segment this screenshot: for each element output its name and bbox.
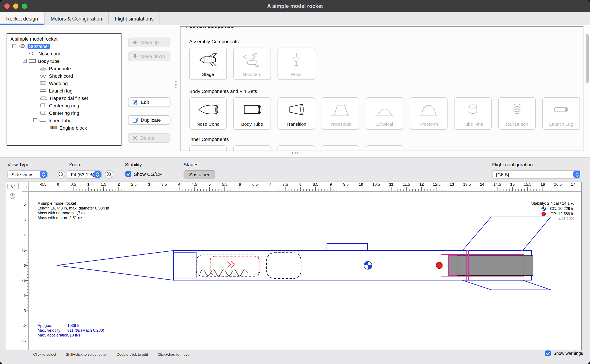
launchlug-icon bbox=[39, 88, 47, 93]
tree-item-inner-tube[interactable]: −Inner Tube bbox=[7, 117, 121, 124]
tree-item-trapezoidal-fin-set[interactable]: Trapezoidal fin set bbox=[7, 94, 121, 102]
finset-icon bbox=[39, 96, 47, 100]
centeringring-icon bbox=[286, 146, 307, 151]
window-title: A simple model rocket bbox=[267, 3, 323, 9]
svg-text:1: 1 bbox=[87, 182, 90, 187]
tree-item-body-tube[interactable]: −Body tube bbox=[7, 57, 121, 65]
app-window: A simple model rocket Rocket designMotor… bbox=[0, 0, 590, 364]
tree-item-label: Launch lug bbox=[49, 88, 73, 93]
panel-collapse-handle[interactable] bbox=[292, 152, 299, 154]
svg-text:16: 16 bbox=[541, 182, 545, 187]
rotation-value[interactable]: 0° bbox=[7, 183, 19, 189]
component-button-transition[interactable]: Transition bbox=[277, 97, 315, 130]
edit-button[interactable]: Edit bbox=[128, 97, 170, 107]
tree-item-shock-cord[interactable]: Shock cord bbox=[7, 72, 121, 79]
rocket-view-section: View Type: Zoom: Stability: Stages: Flig… bbox=[0, 157, 590, 364]
section-row: StageBoostersPods bbox=[189, 48, 583, 80]
tree-item-wadding[interactable]: Wadding bbox=[7, 79, 121, 87]
stages-label: Stages: bbox=[184, 162, 200, 167]
component-button-nose-cone[interactable]: Nose Cone bbox=[189, 97, 227, 130]
component-button-body-tube[interactable]: Body Tube bbox=[233, 97, 271, 130]
zoom-in-button[interactable] bbox=[105, 170, 113, 178]
rocket-name: A simple model rocket bbox=[38, 201, 76, 206]
component-button-stage[interactable]: Stage bbox=[189, 48, 227, 80]
apogee-label: Apogee: bbox=[38, 323, 52, 328]
view-type-select[interactable]: Side view bbox=[7, 170, 48, 178]
freeform-icon bbox=[418, 98, 439, 121]
traffic-lights[interactable] bbox=[4, 4, 27, 9]
cg-legend-icon bbox=[542, 207, 546, 211]
svg-text:14,5: 14,5 bbox=[493, 182, 501, 187]
component-button-label: Rail Button bbox=[506, 121, 528, 129]
tab-rocket-design[interactable]: Rocket design bbox=[0, 12, 45, 25]
flight-config-label: Flight configuration: bbox=[492, 162, 534, 167]
minimize-window-icon[interactable] bbox=[13, 4, 18, 9]
stability-label: Stability: bbox=[125, 162, 143, 167]
show-cgcp-control[interactable]: Show CG/CP bbox=[125, 171, 162, 177]
rocket-diagram[interactable]: A simple model rocket Length 16,748 in, … bbox=[29, 192, 581, 350]
zoom-select[interactable]: Fit (53,1%) bbox=[67, 170, 102, 178]
close-window-icon[interactable] bbox=[4, 4, 10, 9]
mouse-hint: Double-click to edit bbox=[116, 352, 148, 357]
rotation-dial[interactable] bbox=[10, 193, 15, 199]
checkbox-checked-icon[interactable] bbox=[545, 351, 551, 356]
component-button-innertube[interactable] bbox=[189, 145, 227, 151]
chevron-updown-icon bbox=[94, 171, 101, 178]
component-button-label: Pods bbox=[291, 72, 302, 79]
tree-item-centering-ring[interactable]: Centering ring bbox=[7, 102, 121, 109]
centeringring-icon bbox=[39, 103, 47, 108]
tree-item-launch-lug[interactable]: Launch lug bbox=[7, 87, 121, 94]
show-warnings-control[interactable]: Show warnings bbox=[545, 351, 583, 356]
fin-lower[interactable] bbox=[463, 280, 551, 290]
component-button-bulkhead[interactable] bbox=[322, 145, 359, 151]
svg-text:1,5: 1,5 bbox=[101, 182, 106, 187]
svg-text:2,5: 2,5 bbox=[131, 182, 137, 187]
arrow-up-icon bbox=[132, 40, 138, 45]
flight-config-select[interactable]: [C6-5] bbox=[492, 170, 581, 178]
duplicate-button[interactable]: Duplicate bbox=[128, 115, 170, 125]
component-tree[interactable]: A simple model rocket−SustainerNose cone… bbox=[7, 33, 121, 146]
collapse-expander-icon[interactable]: − bbox=[33, 118, 37, 122]
section-title-body-components-and-fin-sets: Body Components and Fin Sets bbox=[189, 89, 583, 94]
bodytube-icon bbox=[242, 98, 263, 121]
collapse-expander-icon[interactable]: − bbox=[23, 59, 27, 63]
stage-toggle-sustainer[interactable]: Sustainer bbox=[184, 170, 215, 178]
component-button-launch-lug: Launch Lug bbox=[542, 97, 580, 130]
cg-value: CG: 10,229 in bbox=[550, 207, 574, 211]
component-button-trapezoidal: Trapezoidal bbox=[322, 97, 359, 130]
checkbox-checked-icon[interactable] bbox=[125, 171, 131, 177]
zoom-value: Fit (53,1%) bbox=[71, 172, 94, 177]
fin-upper[interactable] bbox=[463, 217, 551, 251]
tree-item-engine-block[interactable]: Engine block bbox=[7, 124, 121, 131]
pods-icon bbox=[286, 48, 307, 72]
vertical-scrollbar[interactable] bbox=[586, 34, 589, 83]
zoom-out-button[interactable] bbox=[57, 170, 65, 178]
engineblock-icon bbox=[374, 146, 395, 151]
cg-marker bbox=[364, 261, 372, 269]
rocket-figure-panel[interactable]: 0° in -0,500,511,522,533,544,555,566,577… bbox=[6, 182, 582, 350]
tree-item-label: Inner Tube bbox=[48, 118, 71, 123]
launch-lug-outline[interactable] bbox=[327, 244, 368, 251]
zoom-window-icon[interactable] bbox=[22, 4, 27, 9]
move-down-button: Move down bbox=[128, 52, 170, 61]
motor[interactable] bbox=[448, 255, 533, 275]
action-button-label: Move down bbox=[140, 54, 165, 59]
tree-item-label: Parachute bbox=[49, 66, 71, 71]
section-row bbox=[189, 145, 583, 151]
splitter-handle[interactable] bbox=[175, 81, 177, 88]
component-button-coupler[interactable] bbox=[233, 145, 271, 151]
tab-motors-configuration[interactable]: Motors & Configuration bbox=[45, 12, 109, 25]
pencil-icon bbox=[132, 99, 138, 105]
centeringring-icon bbox=[39, 110, 47, 115]
tab-flight-simulations[interactable]: Flight simulations bbox=[109, 12, 160, 25]
svg-text:6,5: 6,5 bbox=[252, 182, 258, 187]
collapse-expander-icon[interactable]: − bbox=[12, 44, 16, 48]
tree-item-centering-ring[interactable]: Centering ring bbox=[7, 109, 121, 117]
nose-cone-outline[interactable] bbox=[57, 251, 174, 280]
component-button-boosters: Boosters bbox=[233, 48, 271, 80]
tree-item-sustainer[interactable]: −Sustainer bbox=[7, 42, 121, 50]
tree-item-parachute[interactable]: Parachute bbox=[7, 65, 121, 72]
tree-item-nose-cone[interactable]: Nose cone bbox=[7, 50, 121, 57]
component-button-engineblock[interactable] bbox=[366, 145, 403, 151]
component-button-centeringring[interactable] bbox=[277, 145, 315, 151]
